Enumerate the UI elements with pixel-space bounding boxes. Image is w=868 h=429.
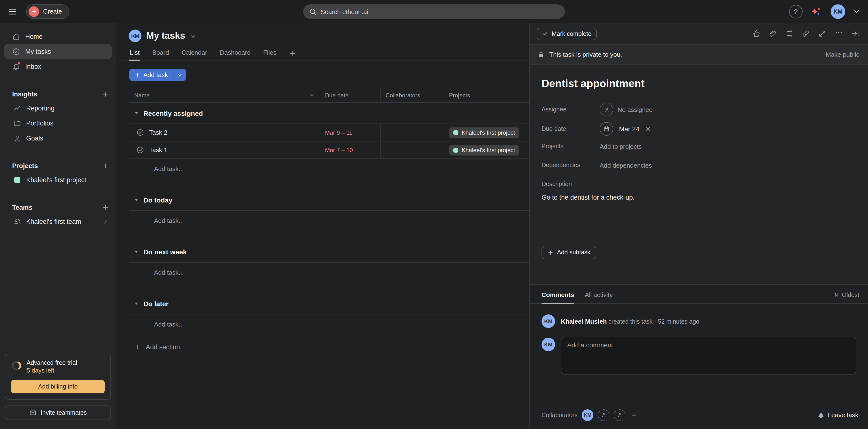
user-avatar[interactable]: KM: [831, 4, 845, 19]
title-menu-chevron-icon[interactable]: [190, 33, 196, 40]
activity-timestamp: · 52 minutes ago: [654, 318, 699, 325]
calendar-icon[interactable]: [600, 122, 613, 136]
section-do-next-week: Do next week Add task...: [129, 241, 529, 282]
sidebar-item-home[interactable]: Home: [0, 29, 116, 44]
add-task-inline[interactable]: Add task...: [129, 211, 529, 231]
app-window: Create ? KM Home: [0, 0, 868, 429]
task-row[interactable]: Task 2 Mar 9 – 11 Khaleel's first projec…: [129, 124, 529, 142]
leave-task-button[interactable]: Leave task: [817, 411, 858, 419]
comment-input-box[interactable]: [561, 337, 857, 374]
expand-icon[interactable]: [818, 30, 826, 38]
task-row[interactable]: Task 1 Mar 7 – 10 Khaleel's first projec…: [129, 142, 529, 159]
check-circle-icon: [12, 48, 20, 56]
search-icon: [309, 8, 317, 16]
collaborator-placeholder-icon[interactable]: [598, 409, 610, 421]
due-date-value[interactable]: Mar 24: [619, 125, 640, 132]
add-task-label: Add task: [144, 71, 168, 79]
add-billing-info-button[interactable]: Add billing info: [11, 379, 104, 393]
sidebar-item-reporting[interactable]: Reporting: [0, 101, 116, 116]
column-header-collaborators[interactable]: Collaborators: [381, 88, 444, 102]
make-public-button[interactable]: Make public: [826, 51, 859, 58]
assignee-value[interactable]: No assignee: [618, 106, 653, 113]
add-task-dropdown-chevron-icon[interactable]: [173, 69, 186, 81]
sidebar-item-inbox[interactable]: Inbox: [0, 59, 116, 74]
search-input[interactable]: [321, 8, 559, 15]
sidebar-item-portfolios[interactable]: Portfolios: [0, 116, 116, 131]
activity-author[interactable]: Khaleel Musleh: [561, 317, 607, 325]
comments-section: Comments All activity Oldest KM Khaleel …: [530, 284, 868, 429]
add-team-icon[interactable]: [102, 204, 109, 211]
section-collapse-caret-icon[interactable]: [134, 195, 139, 204]
project-chip[interactable]: Khaleel's first project: [449, 145, 520, 155]
help-icon[interactable]: ?: [789, 5, 803, 18]
task-collaborators-cell[interactable]: [381, 124, 444, 141]
tab-all-activity[interactable]: All activity: [585, 291, 613, 303]
tab-calendar[interactable]: Calendar: [181, 47, 208, 61]
task-projects-cell[interactable]: Khaleel's first project: [444, 142, 529, 158]
task-title[interactable]: Dentist appointment: [541, 78, 857, 90]
task-collaborators-cell[interactable]: [381, 142, 444, 158]
add-subtask-button[interactable]: Add subtask: [541, 246, 596, 259]
subtask-icon[interactable]: [785, 30, 794, 38]
add-insight-icon[interactable]: [102, 90, 109, 98]
task-due-date[interactable]: Mar 9 – 11: [320, 124, 381, 141]
description-text[interactable]: Go to the dentist for a check-up.: [541, 194, 857, 201]
create-button[interactable]: Create: [26, 4, 69, 19]
collaborator-placeholder-icon[interactable]: [614, 409, 626, 421]
bell-icon: [817, 411, 825, 418]
column-header-name[interactable]: Name: [129, 88, 320, 102]
add-task-inline[interactable]: Add task...: [129, 314, 529, 334]
section-collapse-caret-icon[interactable]: [134, 299, 139, 308]
task-complete-icon[interactable]: [136, 128, 144, 136]
attachment-icon[interactable]: [769, 30, 777, 38]
collapse-column-chevron-icon[interactable]: [309, 92, 315, 98]
plus-icon: [547, 249, 554, 255]
sidebar-item-my-tasks[interactable]: My tasks: [4, 44, 112, 59]
trial-card: Advanced free trial 5 days left Add bill…: [5, 354, 111, 399]
add-tab-icon[interactable]: [289, 50, 296, 61]
column-header-due-date[interactable]: Due date: [320, 88, 381, 102]
clear-due-date-icon[interactable]: [645, 126, 651, 132]
activity-action: created this task: [609, 318, 652, 325]
task-due-date[interactable]: Mar 7 – 10: [320, 142, 381, 158]
teams-section-title: Teams: [12, 204, 32, 211]
mark-complete-button[interactable]: Mark complete: [537, 27, 597, 40]
collaborator-avatar[interactable]: KM: [582, 409, 594, 421]
ai-sparkles-icon[interactable]: [810, 5, 823, 18]
close-panel-icon[interactable]: [851, 30, 859, 38]
copy-link-icon[interactable]: [802, 30, 810, 38]
add-task-inline[interactable]: Add task...: [129, 263, 529, 282]
tab-comments[interactable]: Comments: [541, 291, 574, 304]
column-header-projects[interactable]: Projects: [444, 88, 529, 102]
tab-list[interactable]: List: [129, 47, 140, 61]
invite-teammates-button[interactable]: Invite teammates: [5, 405, 111, 420]
section-collapse-caret-icon[interactable]: [134, 109, 139, 118]
sidebar-item-goals[interactable]: Goals: [0, 131, 116, 146]
global-search[interactable]: [303, 4, 565, 19]
section-collapse-caret-icon[interactable]: [134, 247, 139, 256]
tab-dashboard[interactable]: Dashboard: [219, 47, 251, 61]
add-dependencies-button[interactable]: Add dependencies: [600, 161, 652, 169]
tab-files[interactable]: Files: [263, 47, 277, 61]
task-complete-icon[interactable]: [136, 146, 144, 154]
like-icon[interactable]: [752, 30, 761, 38]
add-project-icon[interactable]: [102, 162, 109, 169]
add-collaborator-icon[interactable]: [631, 411, 638, 418]
add-task-inline[interactable]: Add task...: [129, 159, 529, 179]
assignee-avatar-placeholder-icon[interactable]: [600, 103, 613, 116]
sidebar-item-team[interactable]: Khaleel's first team: [0, 214, 116, 229]
tab-board[interactable]: Board: [152, 47, 169, 61]
chevron-right-icon[interactable]: [102, 218, 109, 225]
sidebar-item-label: Inbox: [25, 63, 41, 70]
add-task-button[interactable]: Add task: [129, 69, 186, 81]
add-section-button[interactable]: Add section: [134, 338, 529, 356]
project-chip[interactable]: Khaleel's first project: [449, 127, 520, 138]
sidebar-item-project[interactable]: Khaleel's first project: [0, 173, 116, 187]
hamburger-menu-icon[interactable]: [8, 6, 18, 16]
add-to-projects-button[interactable]: Add to projects: [600, 143, 642, 150]
sort-order-button[interactable]: Oldest: [833, 292, 859, 303]
comment-input[interactable]: [567, 342, 850, 370]
account-menu-chevron-icon[interactable]: [853, 8, 860, 15]
more-options-icon[interactable]: [835, 29, 843, 39]
task-projects-cell[interactable]: Khaleel's first project: [444, 124, 529, 141]
